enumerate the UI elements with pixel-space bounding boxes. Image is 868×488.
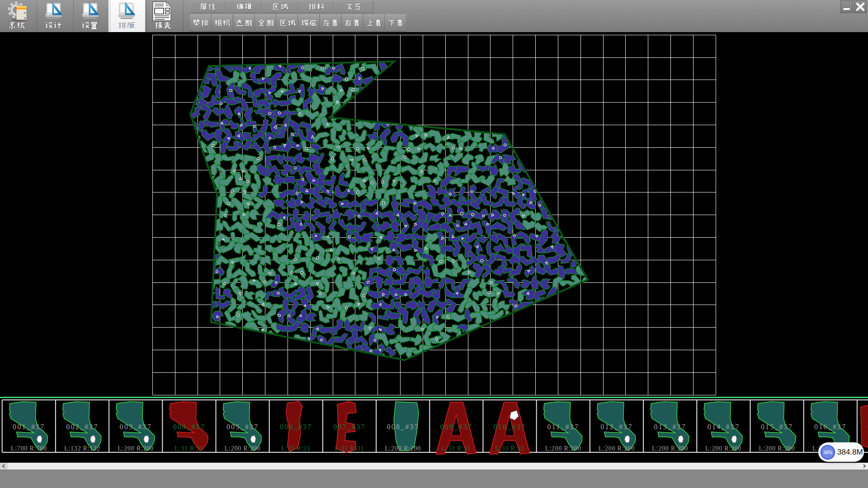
- svg-text:L:200 R:200: L:200 R:200: [545, 445, 581, 452]
- svg-text:010_#37: 010_#37: [494, 423, 526, 431]
- svg-text:005_#37: 005_#37: [226, 423, 259, 431]
- svg-text:004_#37: 004_#37: [173, 423, 205, 431]
- svg-text:001_#37: 001_#37: [13, 423, 45, 431]
- svg-text:L:200 R:200: L:200 R:200: [225, 445, 261, 452]
- svg-text:012_#37: 012_#37: [600, 423, 632, 431]
- svg-text:016_#37: 016_#37: [814, 423, 846, 431]
- svg-text:L:132 R:132: L:132 R:132: [64, 445, 100, 452]
- svg-text:L:200 R:200: L:200 R:200: [599, 445, 635, 452]
- svg-text:014_#37: 014_#37: [708, 423, 740, 431]
- svg-text:L:31 R:31: L:31 R:31: [175, 445, 203, 452]
- svg-text:006_#37: 006_#37: [280, 423, 312, 431]
- svg-text:007_#37: 007_#37: [333, 423, 365, 431]
- svg-text:L:200 R:200: L:200 R:200: [705, 445, 741, 452]
- svg-text:L:200 R:200: L:200 R:200: [759, 445, 795, 452]
- svg-text:L:700 R:700: L:700 R:700: [11, 445, 47, 452]
- svg-text:L:21 R:21: L:21 R:21: [282, 445, 311, 452]
- svg-text:013_#37: 013_#37: [654, 423, 686, 431]
- svg-text:002_#37: 002_#37: [66, 423, 98, 431]
- svg-text:008_#37: 008_#37: [387, 423, 419, 431]
- svg-text:L:200 R:200: L:200 R:200: [385, 445, 421, 452]
- svg-text:38%: 38%: [823, 450, 832, 455]
- svg-text:L:32 R:31: L:32 R:31: [442, 445, 471, 452]
- svg-text:003_#37: 003_#37: [119, 423, 151, 431]
- svg-text:011_#37: 011_#37: [547, 423, 579, 431]
- svg-text:L:200 R:200: L:200 R:200: [652, 445, 688, 452]
- svg-text:L:200 R:200: L:200 R:200: [118, 445, 154, 452]
- svg-text:015_#37: 015_#37: [761, 423, 793, 431]
- svg-text:L:33 R:33: L:33 R:33: [495, 445, 524, 452]
- svg-text:009_#37: 009_#37: [440, 423, 472, 431]
- svg-text:L:31 R:31: L:31 R:31: [335, 445, 364, 452]
